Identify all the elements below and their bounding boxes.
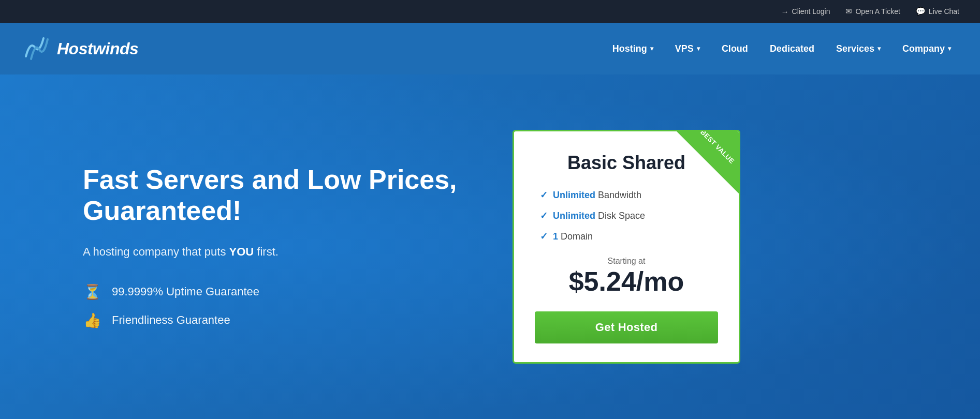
chevron-down-icon: ▾ — [650, 45, 653, 52]
best-value-badge: BEST VALUE — [677, 131, 739, 193]
hero-subtitle: A hosting company that puts YOU first. — [83, 245, 471, 259]
chevron-down-icon: ▾ — [697, 45, 700, 52]
price-display: $5.24/mo — [535, 268, 718, 295]
hero-feature-uptime-text: 99.9999% Uptime Guarantee — [112, 285, 259, 298]
login-icon: → — [781, 7, 789, 16]
nav-item-company[interactable]: Company ▾ — [894, 39, 959, 58]
hero-features: ⏳ 99.9999% Uptime Guarantee 👍 Friendline… — [83, 283, 471, 329]
check-icon: ✓ — [540, 210, 548, 221]
chat-icon: 💬 — [916, 7, 926, 16]
hero-subtitle-pre: A hosting company that puts — [83, 245, 229, 258]
nav-bar: Hostwinds Hosting ▾ VPS ▾ Cloud Dedicate… — [0, 23, 980, 74]
hero-feature-uptime: ⏳ 99.9999% Uptime Guarantee — [83, 283, 471, 301]
card-feature-diskspace: ✓ Unlimited Disk Space — [535, 210, 718, 221]
chevron-down-icon: ▾ — [948, 45, 951, 52]
hero-right: BEST VALUE Basic Shared ✓ Unlimited Band… — [513, 130, 740, 364]
hero-subtitle-post: first. — [254, 245, 279, 258]
logo-text: Hostwinds — [57, 39, 138, 58]
live-chat-label: Live Chat — [929, 7, 959, 16]
ticket-icon: ✉ — [845, 7, 852, 16]
live-chat-link[interactable]: 💬 Live Chat — [916, 7, 959, 16]
logo-icon — [21, 33, 52, 64]
client-login-label: Client Login — [792, 7, 830, 16]
nav-item-vps[interactable]: VPS ▾ — [667, 39, 708, 58]
hero-subtitle-bold: YOU — [229, 245, 254, 258]
card-feature-domain: ✓ 1 Domain — [535, 231, 718, 242]
nav-item-hosting[interactable]: Hosting ▾ — [604, 39, 662, 58]
get-hosted-button[interactable]: Get Hosted — [535, 311, 718, 343]
check-icon: ✓ — [540, 231, 548, 242]
card-feature-domain-label: 1 Domain — [553, 231, 593, 242]
thumbsup-icon: 👍 — [83, 312, 101, 329]
open-ticket-label: Open A Ticket — [855, 7, 900, 16]
client-login-link[interactable]: → Client Login — [781, 7, 830, 16]
hero-section: Fast Servers and Low Prices, Guaranteed!… — [0, 74, 980, 419]
pricing-card: BEST VALUE Basic Shared ✓ Unlimited Band… — [513, 130, 740, 364]
logo-area[interactable]: Hostwinds — [21, 33, 138, 64]
card-feature-bandwidth-label: Unlimited Bandwidth — [553, 190, 641, 201]
hero-title: Fast Servers and Low Prices, Guaranteed! — [83, 164, 471, 227]
hourglass-icon: ⏳ — [83, 283, 101, 301]
nav-item-cloud[interactable]: Cloud — [713, 39, 756, 58]
nav-item-dedicated[interactable]: Dedicated — [762, 39, 823, 58]
card-feature-diskspace-label: Unlimited Disk Space — [553, 211, 645, 221]
hero-left: Fast Servers and Low Prices, Guaranteed!… — [83, 164, 471, 329]
nav-item-services[interactable]: Services ▾ — [828, 39, 889, 58]
top-bar: → Client Login ✉ Open A Ticket 💬 Live Ch… — [0, 0, 980, 23]
hero-feature-friendliness: 👍 Friendliness Guarantee — [83, 312, 471, 329]
best-value-text: BEST VALUE — [695, 131, 739, 170]
check-icon: ✓ — [540, 189, 548, 201]
card-pricing: Starting at $5.24/mo — [535, 257, 718, 295]
hero-feature-friendliness-text: Friendliness Guarantee — [112, 313, 230, 327]
chevron-down-icon: ▾ — [877, 45, 881, 52]
starting-at-label: Starting at — [535, 257, 718, 266]
nav-links: Hosting ▾ VPS ▾ Cloud Dedicated Services… — [604, 39, 959, 58]
open-ticket-link[interactable]: ✉ Open A Ticket — [845, 7, 900, 16]
